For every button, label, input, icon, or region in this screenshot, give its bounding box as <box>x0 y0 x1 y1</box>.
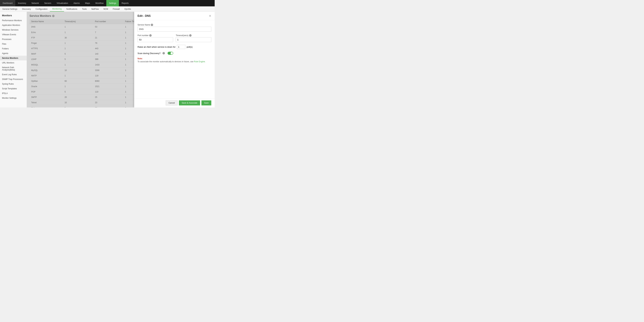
timeout-group: Timeout(secs) ? <box>176 34 211 42</box>
nav-alarms[interactable]: Alarms <box>71 0 82 6</box>
close-button[interactable]: ✕ <box>209 15 211 18</box>
timeout-input[interactable] <box>176 37 211 42</box>
scan-discovery-group: Scan during Discovery? ? <box>138 52 211 55</box>
service-name-label: Service Name ? <box>138 24 211 26</box>
alert-suffix: poll(s) <box>187 46 192 48</box>
service-name-help-icon[interactable]: ? <box>151 24 153 26</box>
subnav-netflow[interactable]: NetFlow <box>89 6 101 12</box>
nav-servers[interactable]: Servers <box>42 0 54 6</box>
note-label: Note: <box>138 57 211 60</box>
sidebar-item-processes[interactable]: Processes <box>0 37 27 42</box>
sidebar-item-snmp-trap-processors[interactable]: SNMP Trap Processors <box>0 77 27 82</box>
alert-label: Raise an Alert when service is down for <box>138 46 176 48</box>
sidebar-item-script-templates[interactable]: Script Templates <box>0 86 27 91</box>
timeout-help-icon[interactable]: ? <box>189 34 192 37</box>
service-name-input[interactable] <box>138 27 211 32</box>
service-name-group: Service Name ? <box>138 24 211 32</box>
sidebar-item-agents[interactable]: Agents <box>0 51 27 56</box>
sidebar-item-event-log-rules[interactable]: Event Log Rules <box>0 72 27 77</box>
sidebar-item-syslog-rules[interactable]: Syslog Rules <box>0 82 27 86</box>
sidebar: Monitors Performance Monitors Applicatio… <box>0 12 27 107</box>
port-number-input[interactable] <box>138 37 173 42</box>
nav-workflow[interactable]: Workflow <box>93 0 106 6</box>
sidebar-item-files[interactable]: Files <box>0 42 27 46</box>
sidebar-item-service-monitors[interactable]: Service Monitors <box>0 56 27 61</box>
alert-value-input[interactable] <box>177 45 185 49</box>
sidebar-title: Monitors <box>0 12 27 18</box>
cancel-button[interactable]: Cancel <box>166 100 178 105</box>
port-number-label: Port number ? <box>138 34 173 37</box>
sidebar-item-ipsla[interactable]: IPSLA <box>0 91 27 96</box>
edit-panel-title: Edit - DNS <box>138 15 209 18</box>
edit-panel: Edit - DNS ✕ Service Name ? Port number … <box>134 12 215 107</box>
subnav-discovery[interactable]: Discovery <box>20 6 33 12</box>
nav-settings[interactable]: Settings <box>106 0 119 6</box>
subnav-monitoring[interactable]: Monitoring <box>50 6 64 12</box>
save-associate-button[interactable]: Save & Associate <box>179 100 200 105</box>
port-help-icon[interactable]: ? <box>149 34 152 37</box>
nav-dashboard[interactable]: Dashboard <box>0 0 15 6</box>
sidebar-item-folders[interactable]: Folders <box>0 46 27 51</box>
rule-engine-link[interactable]: Rule Engine. <box>194 61 206 63</box>
nav-reports[interactable]: Reports <box>119 0 131 6</box>
port-timeout-row: Port number ? Timeout(secs) ? <box>138 34 211 45</box>
alert-group: Raise an Alert when service is down for … <box>138 45 211 49</box>
edit-panel-body: Service Name ? Port number ? <box>134 20 215 98</box>
sub-navigation: General Settings Discovery Configuration… <box>0 6 215 12</box>
subnav-notifications[interactable]: Notifications <box>64 6 80 12</box>
sidebar-item-vmware-events[interactable]: VMware Events <box>0 32 27 37</box>
content-area: Service Monitors ? Service Name Timeout(… <box>27 12 215 107</box>
save-button[interactable]: Save <box>202 100 211 105</box>
subnav-configuration[interactable]: Configuration <box>33 6 50 12</box>
port-number-group: Port number ? <box>138 34 173 42</box>
nav-network[interactable]: Network <box>29 0 42 6</box>
note-section: Note: To associate the monitor automatic… <box>138 57 211 63</box>
subnav-tools[interactable]: Tools <box>80 6 89 12</box>
scan-discovery-toggle[interactable] <box>168 52 173 55</box>
edit-panel-footer: Cancel Save & Associate Save <box>134 98 215 107</box>
note-body: To associate the monitor automatically t… <box>138 61 211 63</box>
subnav-firewall[interactable]: Firewall <box>110 6 122 12</box>
sidebar-item-performance-monitors[interactable]: Performance Monitors <box>0 18 27 23</box>
nav-inventory[interactable]: Inventory <box>15 0 29 6</box>
scan-label: Scan during Discovery? <box>138 52 160 55</box>
subnav-oputils[interactable]: OpUtils <box>122 6 133 12</box>
subnav-ncm[interactable]: NCM <box>101 6 110 12</box>
top-navigation: Dashboard Inventory Network Servers Virt… <box>0 0 215 6</box>
timeout-label: Timeout(secs) ? <box>176 34 211 37</box>
sidebar-item-monitor-settings[interactable]: Monitor Settings <box>0 96 27 100</box>
sidebar-item-windows-services[interactable]: Windows Services <box>0 28 27 32</box>
sidebar-item-network-path-analysis[interactable]: Network Path Analysis(Beta) <box>0 65 27 72</box>
nav-maps[interactable]: Maps <box>82 0 92 6</box>
scan-help-icon[interactable]: ? <box>162 52 165 54</box>
sidebar-item-application-monitors[interactable]: Application Monitors <box>0 23 27 28</box>
subnav-general-settings[interactable]: General Settings <box>0 6 20 12</box>
sidebar-item-url-monitors[interactable]: URL Monitors <box>0 61 27 65</box>
edit-panel-header: Edit - DNS ✕ <box>134 12 215 20</box>
nav-virtualization[interactable]: Virtualization <box>54 0 70 6</box>
